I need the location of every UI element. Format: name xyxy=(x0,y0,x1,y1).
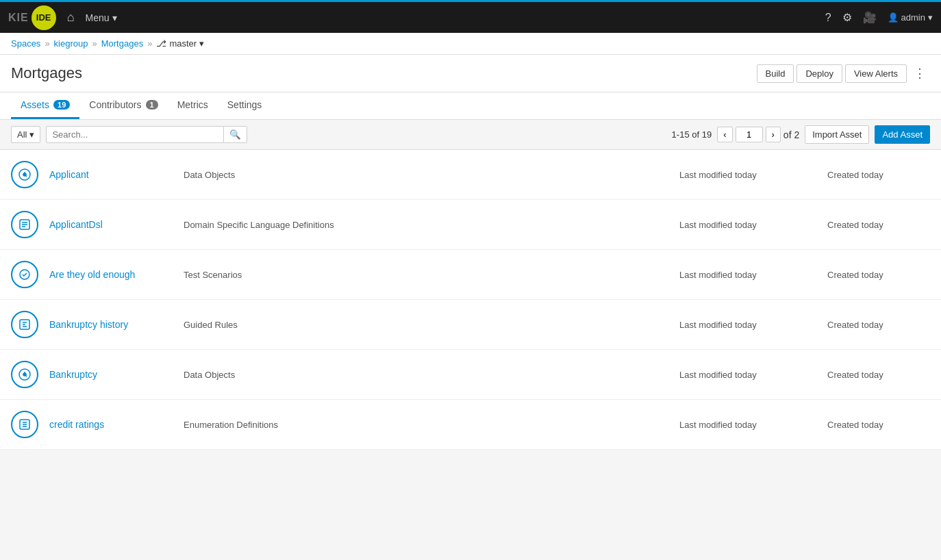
top-navbar: KIE IDE ⌂ Menu ▾ ? ⚙ 🎥 👤 admin ▾ xyxy=(0,0,941,33)
user-label: admin xyxy=(901,12,925,23)
breadcrumb-spaces[interactable]: Spaces xyxy=(11,38,40,49)
home-icon[interactable]: ⌂ xyxy=(67,10,75,25)
breadcrumb-kiegroup[interactable]: kiegroup xyxy=(54,38,88,49)
asset-name[interactable]: Applicant xyxy=(49,169,173,180)
asset-modified: Last modified today xyxy=(679,420,816,430)
help-icon[interactable]: ? xyxy=(825,12,831,24)
asset-name[interactable]: ApplicantDsl xyxy=(49,219,173,230)
tabs-bar: Assets 19 Contributors 1 Metrics Setting… xyxy=(0,92,941,120)
breadcrumb-sep3: » xyxy=(147,38,152,49)
tab-contributors-badge: 1 xyxy=(146,100,158,110)
build-button[interactable]: Build xyxy=(757,64,794,83)
asset-created: Created today xyxy=(827,370,930,380)
page-input[interactable] xyxy=(736,127,763,142)
asset-row: credit ratings Enumeration Definitions L… xyxy=(0,400,941,450)
page-wrapper: Spaces » kiegroup » Mortgages » ⎇ master… xyxy=(0,33,941,560)
tab-metrics-label: Metrics xyxy=(177,99,208,110)
asset-modified: Last modified today xyxy=(679,170,816,180)
asset-type: Guided Rules xyxy=(184,320,668,330)
svg-point-1 xyxy=(23,173,26,176)
add-asset-button[interactable]: Add Asset xyxy=(875,125,930,144)
pagination-info: 1-15 of 19 xyxy=(672,129,712,140)
asset-type: Data Objects xyxy=(184,170,668,180)
asset-icon xyxy=(11,311,38,338)
menu-label: Menu xyxy=(86,12,110,23)
svg-point-6 xyxy=(23,373,26,376)
user-arrow: ▾ xyxy=(928,12,933,23)
filter-label: All xyxy=(17,129,27,140)
settings-icon[interactable]: ⚙ xyxy=(842,11,852,24)
page-title: Mortgages xyxy=(11,64,82,82)
more-options-button[interactable]: ⋮ xyxy=(909,63,930,84)
user-icon: 👤 xyxy=(888,12,899,23)
ide-badge: IDE xyxy=(32,5,56,30)
menu-dropdown[interactable]: Menu ▾ xyxy=(80,10,123,26)
asset-created: Created today xyxy=(827,320,930,330)
breadcrumb-mortgages[interactable]: Mortgages xyxy=(101,38,143,49)
asset-type: Test Scenarios xyxy=(184,270,668,280)
tab-assets-label: Assets xyxy=(21,99,49,110)
asset-type: Data Objects xyxy=(184,370,668,380)
asset-modified: Last modified today xyxy=(679,320,816,330)
search-group: 🔍 xyxy=(46,126,247,143)
breadcrumb: Spaces » kiegroup » Mortgages » ⎇ master… xyxy=(0,33,941,55)
asset-icon xyxy=(11,211,38,238)
asset-row: Applicant Data Objects Last modified tod… xyxy=(0,150,941,200)
asset-modified: Last modified today xyxy=(679,220,816,230)
breadcrumb-sep1: » xyxy=(45,38,49,49)
asset-row: Bankruptcy history Guided Rules Last mod… xyxy=(0,300,941,350)
asset-created: Created today xyxy=(827,420,930,430)
prev-page-button[interactable]: ‹ xyxy=(717,127,732,142)
asset-type: Enumeration Definitions xyxy=(184,420,668,430)
asset-created: Created today xyxy=(827,270,930,280)
header-actions: Build Deploy View Alerts ⋮ xyxy=(757,63,930,84)
brand: KIE IDE xyxy=(8,5,56,30)
import-asset-button[interactable]: Import Asset xyxy=(805,125,869,144)
user-menu[interactable]: 👤 admin ▾ xyxy=(888,12,933,23)
menu-arrow: ▾ xyxy=(112,12,117,23)
camera-icon[interactable]: 🎥 xyxy=(863,11,877,24)
asset-modified: Last modified today xyxy=(679,270,816,280)
asset-row: ApplicantDsl Domain Specific Language De… xyxy=(0,200,941,250)
branch-arrow: ▾ xyxy=(199,38,204,49)
deploy-button[interactable]: Deploy xyxy=(796,64,842,83)
search-button[interactable]: 🔍 xyxy=(224,126,247,143)
tab-assets-badge: 19 xyxy=(53,100,70,110)
tab-assets[interactable]: Assets 19 xyxy=(11,92,79,119)
page-header: Mortgages Build Deploy View Alerts ⋮ xyxy=(0,55,941,92)
asset-icon xyxy=(11,361,38,388)
search-input[interactable] xyxy=(46,126,224,143)
asset-type: Domain Specific Language Definitions xyxy=(184,220,668,230)
tab-contributors[interactable]: Contributors 1 xyxy=(79,92,167,119)
kie-logo: KIE xyxy=(8,12,29,24)
tab-contributors-label: Contributors xyxy=(89,99,141,110)
tab-metrics[interactable]: Metrics xyxy=(168,92,218,119)
page-of-label: of 2 xyxy=(783,129,799,140)
branch-icon: ⎇ xyxy=(156,38,166,49)
view-alerts-button[interactable]: View Alerts xyxy=(845,64,907,83)
asset-modified: Last modified today xyxy=(679,370,816,380)
navbar-icons: ? ⚙ 🎥 👤 admin ▾ xyxy=(825,11,933,24)
tab-settings[interactable]: Settings xyxy=(218,92,272,119)
asset-toolbar: All ▾ 🔍 1-15 of 19 ‹ › of 2 Import Asset… xyxy=(0,120,941,150)
tab-settings-label: Settings xyxy=(227,99,262,110)
breadcrumb-sep2: » xyxy=(92,38,97,49)
asset-icon xyxy=(11,261,38,288)
next-page-button[interactable]: › xyxy=(766,127,781,142)
asset-row: Bankruptcy Data Objects Last modified to… xyxy=(0,350,941,400)
asset-icon xyxy=(11,411,38,438)
asset-name[interactable]: Bankruptcy history xyxy=(49,319,173,330)
asset-name[interactable]: credit ratings xyxy=(49,419,173,430)
asset-row: Are they old enough Test Scenarios Last … xyxy=(0,250,941,300)
branch-name: master xyxy=(169,38,197,49)
asset-name[interactable]: Are they old enough xyxy=(49,269,173,280)
asset-name[interactable]: Bankruptcy xyxy=(49,369,173,380)
asset-created: Created today xyxy=(827,170,930,180)
filter-arrow: ▾ xyxy=(29,129,34,140)
asset-created: Created today xyxy=(827,220,930,230)
filter-dropdown[interactable]: All ▾ xyxy=(11,126,40,143)
asset-icon xyxy=(11,161,38,188)
asset-list: Applicant Data Objects Last modified tod… xyxy=(0,150,941,450)
breadcrumb-branch[interactable]: ⎇ master ▾ xyxy=(156,38,204,49)
pagination-controls: ‹ › of 2 xyxy=(717,127,799,142)
